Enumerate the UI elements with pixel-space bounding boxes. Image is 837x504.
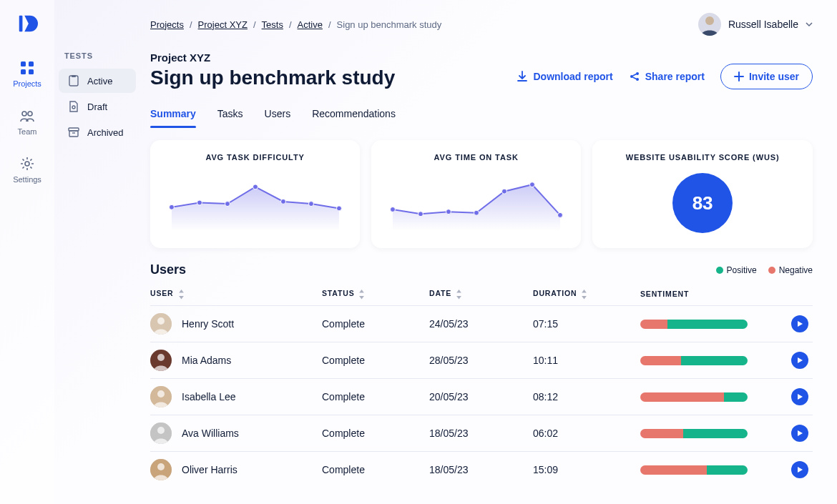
col-duration[interactable]: DURATION	[533, 282, 640, 306]
legend-positive: Positive	[716, 265, 757, 275]
sentiment-bar	[640, 392, 748, 402]
invite-user-button[interactable]: Invite user	[720, 64, 813, 89]
page-header: Project XYZ Sign up benchmark study Down…	[150, 51, 813, 89]
svg-point-5	[22, 112, 26, 116]
row-status: Complete	[322, 452, 429, 488]
team-icon	[19, 108, 35, 124]
share-report-button[interactable]: Share report	[629, 71, 705, 82]
rail-item-team[interactable]: Team	[6, 101, 49, 143]
crumb-sep: /	[190, 19, 192, 30]
svg-rect-1	[21, 61, 26, 66]
crumb-1[interactable]: Project XYZ	[198, 19, 248, 30]
sort-icon	[456, 290, 462, 298]
sentiment-bar	[640, 356, 748, 365]
play-button[interactable]	[791, 388, 808, 405]
page-title: Sign up benchmark study	[150, 66, 395, 89]
row-duration: 10:11	[533, 342, 640, 379]
col-user[interactable]: USER	[150, 282, 322, 306]
panel-item-archived[interactable]: Archived	[59, 120, 136, 144]
main: Projects/Project XYZ/Tests/Active/Sign u…	[140, 0, 837, 504]
svg-point-14	[705, 16, 714, 25]
crumb-sep: /	[289, 19, 292, 30]
archive-icon	[67, 126, 80, 139]
invite-label: Invite user	[749, 71, 799, 82]
panel-item-label: Draft	[87, 102, 107, 112]
sort-icon	[178, 290, 185, 298]
svg-point-25	[390, 207, 395, 212]
card-wus-score: WEBSITE USABILITY SCORE (WUS) 83	[592, 140, 813, 248]
users-section-header: Users Positive Negative	[150, 262, 813, 277]
svg-point-21	[253, 184, 258, 189]
play-button[interactable]	[791, 352, 808, 369]
svg-point-28	[474, 210, 479, 215]
row-status: Complete	[322, 415, 429, 452]
card-avg-time-on-task: AVG TIME ON TASK	[371, 140, 581, 248]
card-title: AVG TIME ON TASK	[434, 153, 519, 162]
sentiment-bar	[640, 429, 748, 438]
svg-point-10	[72, 106, 75, 109]
rail-item-projects[interactable]: Projects	[6, 53, 49, 95]
summary-cards: AVG TASK DIFFICULTY AVG TIME ON TASK WEB…	[150, 140, 813, 248]
rail-item-settings[interactable]: Settings	[6, 149, 49, 191]
play-button[interactable]	[791, 461, 808, 478]
sentiment-bar	[640, 320, 748, 329]
user-menu[interactable]: Russell Isabelle	[698, 13, 813, 36]
svg-point-41	[157, 463, 165, 470]
sentiment-legend: Positive Negative	[716, 265, 813, 275]
tests-panel: TESTS ActiveDraftArchived	[54, 0, 140, 504]
share-label: Share report	[645, 71, 705, 82]
col-date[interactable]: DATE	[429, 282, 533, 306]
svg-rect-2	[29, 61, 34, 66]
sort-icon	[358, 290, 365, 298]
clipboard-icon	[67, 74, 80, 87]
sort-icon	[581, 290, 587, 298]
panel-item-active[interactable]: Active	[59, 69, 136, 93]
row-name: Oliver Harris	[182, 464, 238, 475]
row-name: Mia Adams	[182, 355, 231, 366]
row-date: 28/05/23	[429, 342, 533, 379]
card-title: AVG TASK DIFFICULTY	[205, 153, 304, 162]
svg-point-18	[169, 204, 174, 209]
settings-icon	[19, 156, 35, 172]
row-name: Ava Williams	[182, 428, 239, 439]
svg-rect-8	[69, 76, 78, 86]
table-row: Oliver HarrisComplete18/05/2315:09	[150, 452, 813, 488]
table-row: Ava WilliamsComplete18/05/2306:02	[150, 415, 813, 452]
row-status: Complete	[322, 379, 429, 415]
user-cell: Oliver Harris	[150, 459, 318, 480]
crumb-2[interactable]: Tests	[262, 19, 283, 30]
crumb-0[interactable]: Projects	[150, 19, 184, 30]
chevron-down-icon	[806, 21, 813, 28]
svg-rect-0	[19, 16, 23, 32]
tab-users[interactable]: Users	[265, 104, 291, 128]
table-row: Mia AdamsComplete28/05/2310:11	[150, 342, 813, 379]
row-duration: 15:09	[533, 452, 640, 488]
download-report-button[interactable]: Download report	[517, 71, 612, 82]
svg-point-16	[636, 72, 639, 75]
panel-item-draft[interactable]: Draft	[59, 94, 136, 119]
time-chart	[384, 169, 569, 237]
tab-tasks[interactable]: Tasks	[217, 104, 243, 128]
crumb-sep: /	[253, 19, 256, 30]
row-date: 20/05/23	[429, 379, 533, 415]
row-status: Complete	[322, 342, 429, 379]
play-button[interactable]	[791, 315, 808, 332]
card-title: WEBSITE USABILITY SCORE (WUS)	[626, 153, 780, 162]
col-sentiment: SENTIMENT	[640, 282, 777, 306]
col-status[interactable]: STATUS	[322, 282, 429, 306]
play-button[interactable]	[791, 425, 808, 442]
tab-recommendations[interactable]: Recommendations	[312, 104, 396, 128]
svg-point-23	[308, 202, 313, 207]
user-cell: Henry Scott	[150, 313, 318, 335]
panel-title: TESTS	[54, 51, 140, 67]
user-cell: Ava Williams	[150, 423, 318, 444]
svg-point-26	[418, 212, 423, 217]
logo-icon	[16, 13, 38, 34]
crumb-3[interactable]: Active	[298, 19, 323, 30]
rail-label: Projects	[13, 79, 41, 88]
svg-point-27	[446, 209, 451, 214]
tab-summary[interactable]: Summary	[150, 104, 196, 128]
tabs: SummaryTasksUsersRecommendations	[150, 104, 813, 129]
topbar: Projects/Project XYZ/Tests/Active/Sign u…	[150, 13, 813, 36]
row-name: Isabella Lee	[182, 391, 236, 402]
